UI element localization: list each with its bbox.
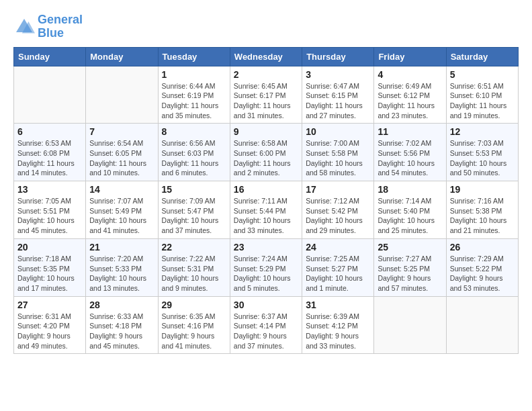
day-number: 5: [450, 69, 515, 80]
week-row-5: 27Sunrise: 6:31 AM Sunset: 4:20 PM Dayli…: [14, 296, 519, 354]
day-number: 17: [306, 184, 370, 195]
day-number: 23: [234, 242, 298, 253]
day-info: Sunrise: 7:16 AM Sunset: 5:38 PM Dayligh…: [450, 196, 515, 236]
weekday-header-tuesday: Tuesday: [158, 47, 230, 66]
day-info: Sunrise: 7:24 AM Sunset: 5:29 PM Dayligh…: [234, 254, 298, 293]
day-info: Sunrise: 7:07 AM Sunset: 5:49 PM Dayligh…: [89, 196, 154, 236]
day-number: 16: [234, 184, 298, 195]
calendar-table: SundayMondayTuesdayWednesdayThursdayFrid…: [13, 47, 519, 355]
calendar-cell: 5Sunrise: 6:51 AM Sunset: 6:10 PM Daylig…: [446, 66, 518, 124]
logo-icon: [13, 16, 35, 38]
day-info: Sunrise: 7:02 AM Sunset: 5:56 PM Dayligh…: [378, 138, 442, 178]
calendar-cell: 9Sunrise: 6:58 AM Sunset: 6:00 PM Daylig…: [230, 124, 302, 181]
day-info: Sunrise: 6:53 AM Sunset: 6:08 PM Dayligh…: [17, 138, 82, 178]
day-info: Sunrise: 6:33 AM Sunset: 4:18 PM Dayligh…: [89, 312, 154, 351]
day-number: 3: [306, 69, 370, 80]
calendar-cell: 2Sunrise: 6:45 AM Sunset: 6:17 PM Daylig…: [230, 66, 302, 124]
calendar-cell: 23Sunrise: 7:24 AM Sunset: 5:29 PM Dayli…: [230, 238, 302, 296]
page-header: General Blue: [13, 13, 519, 40]
day-info: Sunrise: 7:00 AM Sunset: 5:58 PM Dayligh…: [306, 138, 370, 178]
day-number: 10: [306, 126, 370, 137]
day-number: 8: [162, 126, 226, 137]
calendar-cell: 28Sunrise: 6:33 AM Sunset: 4:18 PM Dayli…: [86, 296, 158, 354]
day-number: 21: [89, 242, 154, 253]
day-number: 12: [450, 126, 515, 137]
day-info: Sunrise: 6:56 AM Sunset: 6:03 PM Dayligh…: [162, 138, 226, 178]
week-row-2: 6Sunrise: 6:53 AM Sunset: 6:08 PM Daylig…: [14, 124, 519, 181]
calendar-cell: 10Sunrise: 7:00 AM Sunset: 5:58 PM Dayli…: [302, 124, 374, 181]
weekday-header-row: SundayMondayTuesdayWednesdayThursdayFrid…: [14, 47, 519, 66]
calendar-cell: 18Sunrise: 7:14 AM Sunset: 5:40 PM Dayli…: [374, 181, 446, 239]
calendar-cell: 22Sunrise: 7:22 AM Sunset: 5:31 PM Dayli…: [158, 238, 230, 296]
calendar-cell: 30Sunrise: 6:37 AM Sunset: 4:14 PM Dayli…: [230, 296, 302, 354]
day-info: Sunrise: 7:03 AM Sunset: 5:53 PM Dayligh…: [450, 138, 515, 178]
day-number: 31: [306, 300, 370, 310]
day-number: 26: [450, 242, 515, 253]
calendar-cell: 19Sunrise: 7:16 AM Sunset: 5:38 PM Dayli…: [446, 181, 518, 239]
day-info: Sunrise: 6:44 AM Sunset: 6:19 PM Dayligh…: [162, 81, 226, 121]
calendar-cell: 11Sunrise: 7:02 AM Sunset: 5:56 PM Dayli…: [374, 124, 446, 181]
calendar-cell: 12Sunrise: 7:03 AM Sunset: 5:53 PM Dayli…: [446, 124, 518, 181]
calendar-cell: 7Sunrise: 6:54 AM Sunset: 6:05 PM Daylig…: [86, 124, 158, 181]
weekday-header-wednesday: Wednesday: [230, 47, 302, 66]
day-info: Sunrise: 7:22 AM Sunset: 5:31 PM Dayligh…: [162, 254, 226, 293]
calendar-cell: 31Sunrise: 6:39 AM Sunset: 4:12 PM Dayli…: [302, 296, 374, 354]
day-number: 11: [378, 126, 442, 137]
day-info: Sunrise: 6:39 AM Sunset: 4:12 PM Dayligh…: [306, 312, 370, 351]
day-info: Sunrise: 7:27 AM Sunset: 5:25 PM Dayligh…: [378, 254, 442, 293]
day-number: 29: [162, 300, 226, 310]
day-number: 14: [89, 184, 154, 195]
day-number: 27: [17, 300, 82, 310]
day-number: 15: [162, 184, 226, 195]
calendar-cell: 8Sunrise: 6:56 AM Sunset: 6:03 PM Daylig…: [158, 124, 230, 181]
calendar-cell: 6Sunrise: 6:53 AM Sunset: 6:08 PM Daylig…: [14, 124, 86, 181]
day-info: Sunrise: 6:54 AM Sunset: 6:05 PM Dayligh…: [89, 138, 154, 178]
day-info: Sunrise: 7:11 AM Sunset: 5:44 PM Dayligh…: [234, 196, 298, 236]
weekday-header-friday: Friday: [374, 47, 446, 66]
day-number: 18: [378, 184, 442, 195]
day-info: Sunrise: 6:35 AM Sunset: 4:16 PM Dayligh…: [162, 312, 226, 351]
day-number: 20: [17, 242, 82, 253]
day-info: Sunrise: 7:25 AM Sunset: 5:27 PM Dayligh…: [306, 254, 370, 293]
day-number: 7: [89, 126, 154, 137]
day-info: Sunrise: 6:58 AM Sunset: 6:00 PM Dayligh…: [234, 138, 298, 178]
calendar-cell: 16Sunrise: 7:11 AM Sunset: 5:44 PM Dayli…: [230, 181, 302, 239]
calendar-cell: 4Sunrise: 6:49 AM Sunset: 6:12 PM Daylig…: [374, 66, 446, 124]
logo-text: General Blue: [38, 13, 83, 40]
day-number: 1: [162, 69, 226, 80]
day-info: Sunrise: 7:05 AM Sunset: 5:51 PM Dayligh…: [17, 196, 82, 236]
calendar-cell: 15Sunrise: 7:09 AM Sunset: 5:47 PM Dayli…: [158, 181, 230, 239]
day-info: Sunrise: 6:47 AM Sunset: 6:15 PM Dayligh…: [306, 81, 370, 121]
day-number: 22: [162, 242, 226, 253]
calendar-cell: 20Sunrise: 7:18 AM Sunset: 5:35 PM Dayli…: [14, 238, 86, 296]
day-info: Sunrise: 7:12 AM Sunset: 5:42 PM Dayligh…: [306, 196, 370, 236]
calendar-cell: [446, 296, 518, 354]
calendar-cell: 14Sunrise: 7:07 AM Sunset: 5:49 PM Dayli…: [86, 181, 158, 239]
day-number: 2: [234, 69, 298, 80]
day-info: Sunrise: 6:37 AM Sunset: 4:14 PM Dayligh…: [234, 312, 298, 351]
day-number: 6: [17, 126, 82, 137]
week-row-4: 20Sunrise: 7:18 AM Sunset: 5:35 PM Dayli…: [14, 238, 519, 296]
day-info: Sunrise: 6:49 AM Sunset: 6:12 PM Dayligh…: [378, 81, 442, 121]
weekday-header-monday: Monday: [86, 47, 158, 66]
calendar-cell: [374, 296, 446, 354]
calendar-cell: 24Sunrise: 7:25 AM Sunset: 5:27 PM Dayli…: [302, 238, 374, 296]
day-number: 13: [17, 184, 82, 195]
day-number: 24: [306, 242, 370, 253]
day-info: Sunrise: 6:51 AM Sunset: 6:10 PM Dayligh…: [450, 81, 515, 121]
day-info: Sunrise: 7:18 AM Sunset: 5:35 PM Dayligh…: [17, 254, 82, 293]
day-info: Sunrise: 7:29 AM Sunset: 5:22 PM Dayligh…: [450, 254, 515, 293]
weekday-header-saturday: Saturday: [446, 47, 518, 66]
calendar-cell: 1Sunrise: 6:44 AM Sunset: 6:19 PM Daylig…: [158, 66, 230, 124]
day-number: 19: [450, 184, 515, 195]
day-info: Sunrise: 6:45 AM Sunset: 6:17 PM Dayligh…: [234, 81, 298, 121]
day-number: 28: [89, 300, 154, 310]
calendar-cell: 27Sunrise: 6:31 AM Sunset: 4:20 PM Dayli…: [14, 296, 86, 354]
calendar-cell: 25Sunrise: 7:27 AM Sunset: 5:25 PM Dayli…: [374, 238, 446, 296]
day-info: Sunrise: 6:31 AM Sunset: 4:20 PM Dayligh…: [17, 312, 82, 351]
calendar-cell: 21Sunrise: 7:20 AM Sunset: 5:33 PM Dayli…: [86, 238, 158, 296]
calendar-cell: 3Sunrise: 6:47 AM Sunset: 6:15 PM Daylig…: [302, 66, 374, 124]
weekday-header-thursday: Thursday: [302, 47, 374, 66]
day-number: 30: [234, 300, 298, 310]
calendar-cell: 26Sunrise: 7:29 AM Sunset: 5:22 PM Dayli…: [446, 238, 518, 296]
